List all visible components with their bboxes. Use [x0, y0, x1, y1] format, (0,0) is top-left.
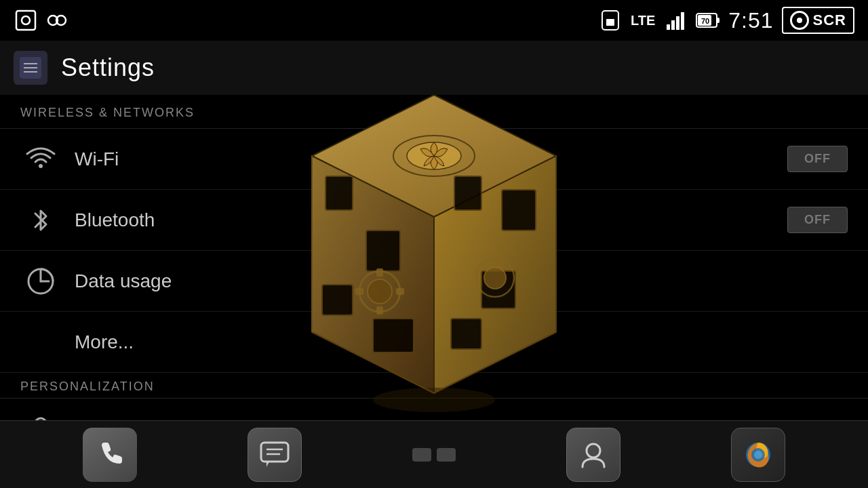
status-right: LTE 70 7:51 SCR: [598, 7, 854, 34]
battery-icon: 70: [696, 8, 720, 33]
svg-rect-50: [261, 443, 288, 462]
dock-item-firefox[interactable]: [731, 428, 785, 482]
signal-icon: [663, 8, 688, 33]
dock-item-contacts[interactable]: [566, 428, 620, 482]
nav-dot-2: [437, 448, 456, 462]
svg-rect-7: [671, 20, 675, 30]
more-label: More...: [75, 331, 848, 353]
record-icon-1: [14, 8, 38, 33]
app-title: Settings: [61, 54, 155, 82]
svg-point-53: [587, 444, 600, 458]
dock-item-messages[interactable]: [248, 428, 302, 482]
svg-point-18: [39, 164, 43, 168]
dock-nav: [412, 448, 456, 462]
data-usage-icon: [20, 261, 61, 302]
scr-circle-icon: [790, 11, 809, 30]
time-display: 7:51: [728, 8, 773, 33]
main-content: WIRELESS & NETWORKS Wi-Fi OFF Bluetooth …: [0, 95, 868, 420]
lte-label: LTE: [631, 13, 655, 28]
dock-item-phone[interactable]: [83, 428, 137, 482]
bluetooth-icon: [20, 200, 61, 241]
wifi-label: Wi-Fi: [75, 148, 787, 170]
app-bar: Settings: [0, 41, 868, 95]
section-personalization-header: PERSONALIZATION: [0, 373, 868, 399]
svg-rect-6: [667, 24, 670, 30]
settings-item-lock-screen[interactable]: Lock screen: [0, 399, 868, 420]
app-icon: [14, 51, 47, 85]
bluetooth-label: Bluetooth: [75, 209, 787, 231]
svg-point-1: [22, 16, 30, 24]
bluetooth-toggle[interactable]: OFF: [787, 207, 848, 233]
record-icon-2: [45, 8, 69, 33]
svg-rect-0: [16, 11, 35, 30]
settings-item-bluetooth[interactable]: Bluetooth OFF: [0, 190, 868, 251]
more-icon: [20, 322, 61, 363]
svg-rect-8: [676, 16, 679, 30]
wifi-toggle[interactable]: OFF: [787, 146, 848, 172]
settings-item-data-usage[interactable]: Data usage: [0, 251, 868, 312]
nav-dot-1: [412, 448, 431, 462]
svg-rect-9: [681, 12, 684, 30]
section-wireless-header: WIRELESS & NETWORKS: [0, 95, 868, 129]
svg-rect-5: [606, 19, 614, 26]
scr-dot: [797, 18, 802, 23]
scr-badge: SCR: [782, 7, 854, 34]
sim-icon: [598, 8, 623, 33]
data-usage-label: Data usage: [75, 270, 848, 292]
wifi-icon: [20, 139, 61, 180]
scr-label: SCR: [813, 12, 846, 29]
status-left: [14, 8, 69, 33]
status-bar: LTE 70 7:51 SCR: [0, 0, 868, 41]
lock-screen-icon: [20, 409, 61, 421]
settings-item-wifi[interactable]: Wi-Fi OFF: [0, 129, 868, 190]
settings-item-more[interactable]: More...: [0, 312, 868, 373]
svg-rect-11: [717, 18, 719, 23]
svg-point-56: [754, 451, 762, 459]
bottom-dock: [0, 420, 868, 488]
svg-text:70: 70: [701, 17, 709, 25]
